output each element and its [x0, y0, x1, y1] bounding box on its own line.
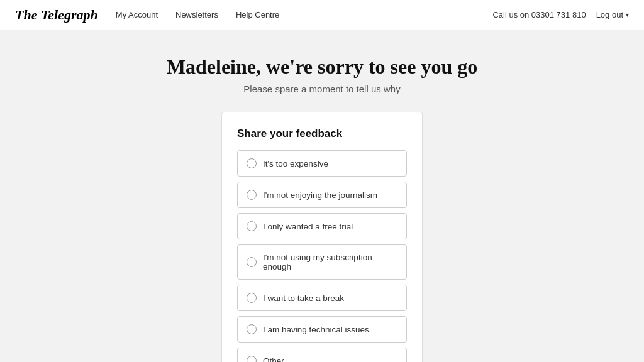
radio-circle-free-trial — [247, 221, 257, 231]
header-right: Call us on 03301 731 810 Log out ▾ — [492, 10, 629, 19]
radio-option-not-enjoying[interactable]: I'm not enjoying the journalism — [237, 182, 407, 208]
radio-option-not-using-enough[interactable]: I'm not using my subscription enough — [237, 244, 407, 280]
radio-label-technical-issues: I am having technical issues — [263, 325, 369, 334]
page-subtitle: Please spare a moment to tell us why — [243, 84, 400, 94]
feedback-card-title: Share your feedback — [237, 128, 407, 140]
header-left: The Telegraph My Account Newsletters Hel… — [15, 7, 279, 23]
radio-circle-not-enjoying — [247, 190, 257, 200]
radio-label-take-a-break: I want to take a break — [263, 293, 344, 303]
radio-circle-technical-issues — [247, 324, 257, 334]
radio-option-too-expensive[interactable]: It's too expensive — [237, 150, 407, 177]
nav-newsletters[interactable]: Newsletters — [175, 10, 218, 19]
site-header: The Telegraph My Account Newsletters Hel… — [0, 0, 644, 30]
radio-circle-other — [247, 356, 257, 362]
site-logo: The Telegraph — [15, 7, 98, 23]
feedback-options-list: It's too expensiveI'm not enjoying the j… — [237, 150, 407, 362]
chevron-down-icon: ▾ — [626, 11, 629, 18]
logout-button[interactable]: Log out ▾ — [596, 10, 629, 19]
page-title: Madeleine, we're sorry to see you go — [167, 55, 477, 79]
radio-circle-take-a-break — [247, 293, 257, 303]
radio-circle-not-using-enough — [247, 257, 257, 267]
radio-label-too-expensive: It's too expensive — [263, 159, 328, 168]
nav-help-centre[interactable]: Help Centre — [236, 10, 279, 19]
radio-label-free-trial: I only wanted a free trial — [263, 222, 353, 231]
radio-option-free-trial[interactable]: I only wanted a free trial — [237, 213, 407, 239]
radio-label-other: Other — [263, 356, 284, 363]
feedback-card: Share your feedback It's too expensiveI'… — [221, 112, 423, 362]
radio-option-take-a-break[interactable]: I want to take a break — [237, 285, 407, 311]
radio-circle-too-expensive — [247, 158, 257, 168]
call-us-text: Call us on 03301 731 810 — [492, 10, 586, 19]
nav-my-account[interactable]: My Account — [116, 10, 158, 19]
main-content: Madeleine, we're sorry to see you go Ple… — [0, 30, 644, 362]
radio-label-not-using-enough: I'm not using my subscription enough — [263, 253, 397, 272]
radio-option-other[interactable]: Other — [237, 348, 407, 362]
radio-option-technical-issues[interactable]: I am having technical issues — [237, 316, 407, 343]
radio-label-not-enjoying: I'm not enjoying the journalism — [263, 190, 377, 200]
